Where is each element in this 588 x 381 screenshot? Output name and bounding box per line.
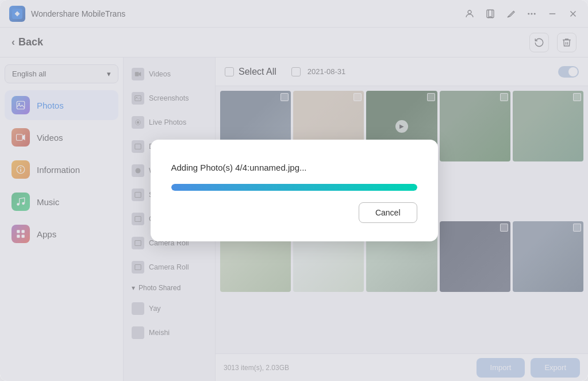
- app-window: Wondershare MobileTrans: [0, 0, 588, 381]
- modal-overlay: Adding Photo(s) 4/4:unnamed.jpg... Cance…: [0, 0, 588, 381]
- modal-message: Adding Photo(s) 4/4:unnamed.jpg...: [171, 163, 417, 172]
- cancel-button[interactable]: Cancel: [359, 202, 417, 223]
- progress-bar-fill: [171, 184, 417, 191]
- progress-bar-bg: [171, 184, 417, 191]
- modal-box: Adding Photo(s) 4/4:unnamed.jpg... Cance…: [151, 140, 438, 241]
- modal-actions: Cancel: [171, 202, 417, 223]
